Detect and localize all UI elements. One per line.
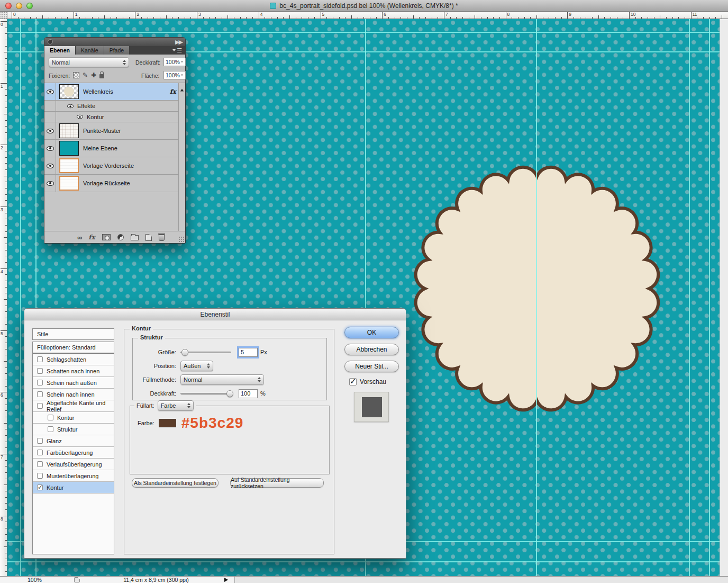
style-option-row[interactable]: Verlaufsüberlagerung <box>33 459 114 470</box>
layer-mask-icon[interactable] <box>102 234 111 240</box>
dialog-titlebar[interactable]: Ebenenstil <box>24 309 406 320</box>
effect-item-row[interactable]: Kontur <box>44 112 185 122</box>
groesse-slider[interactable] <box>180 349 231 356</box>
link-layers-icon[interactable]: ∞ <box>77 234 81 241</box>
effects-header-row[interactable]: Effekte <box>44 101 185 112</box>
window-titlebar[interactable]: bc_4s_portrait_sidefold.psd bei 100% (We… <box>0 0 728 12</box>
style-option-row[interactable]: Musterüberlagerung <box>33 470 114 482</box>
layer-row[interactable]: Vorlage Rückseite <box>44 175 185 192</box>
ruler-origin-box[interactable] <box>0 12 7 19</box>
zoom-level-field[interactable]: 100% <box>28 577 42 583</box>
set-default-button[interactable]: Als Standardeinstellung festlegen <box>132 478 219 488</box>
adjustment-layer-icon[interactable] <box>117 234 124 240</box>
style-option-checkbox[interactable] <box>37 485 43 490</box>
deckkraft-field[interactable]: 100% <box>163 58 186 66</box>
style-option-row[interactable]: Glanz <box>33 435 114 447</box>
color-swatch[interactable] <box>159 419 176 427</box>
cancel-button[interactable]: Abbrechen <box>344 344 399 355</box>
style-option-checkbox[interactable] <box>37 380 43 385</box>
ruler-tick <box>574 17 574 19</box>
reset-default-button[interactable]: Auf Standardeinstellung zurücksetzen <box>230 478 324 488</box>
ok-button[interactable]: OK <box>344 327 399 338</box>
style-option-checkbox[interactable] <box>48 426 53 432</box>
visibility-eye-icon[interactable] <box>47 129 54 133</box>
style-option-checkbox[interactable] <box>37 391 43 397</box>
minimize-button[interactable] <box>16 3 22 9</box>
style-option-checkbox[interactable] <box>37 473 43 479</box>
visibility-eye-icon[interactable] <box>77 115 83 119</box>
panel-menu-icon[interactable]: ☰ <box>172 46 185 55</box>
layers-panel-titlebar[interactable]: ▶▶ <box>44 38 185 46</box>
style-option-checkbox[interactable] <box>37 461 43 467</box>
layers-scrollbar[interactable] <box>178 83 185 232</box>
style-option-row[interactable]: Farbüberlagerung <box>33 447 114 459</box>
tab-ebenen[interactable]: Ebenen <box>44 46 76 55</box>
style-option-row[interactable]: Schatten nach innen <box>33 365 114 377</box>
style-option-row[interactable]: Abgeflachte Kante und Relief <box>33 400 114 412</box>
lock-transparency-icon[interactable] <box>73 72 79 78</box>
groesse-field[interactable]: 5 <box>239 348 258 357</box>
style-option-row[interactable]: Schein nach innen <box>33 389 114 400</box>
deckkraft-field[interactable]: 100 <box>239 389 258 398</box>
lock-position-icon[interactable]: ✚ <box>91 71 96 79</box>
style-option-row[interactable]: Struktur <box>33 424 114 435</box>
visibility-eye-icon[interactable] <box>67 104 74 108</box>
style-option-checkbox[interactable] <box>37 450 43 455</box>
styles-header-box[interactable]: Stile <box>32 328 114 340</box>
panel-resize-grip[interactable] <box>178 236 184 242</box>
layer-name[interactable]: Punkte-Muster <box>83 128 121 134</box>
zoom-button[interactable] <box>26 3 33 9</box>
layer-row[interactable]: Meine Ebene <box>44 140 185 157</box>
deckkraft-slider[interactable] <box>180 390 233 397</box>
layer-thumbnail[interactable] <box>59 123 79 138</box>
fuellmethode-select[interactable]: Normal <box>180 374 264 385</box>
position-select[interactable]: Außen <box>180 361 213 371</box>
panel-collapse-icon[interactable]: ▶▶ <box>175 39 182 44</box>
visibility-eye-icon[interactable] <box>47 146 54 151</box>
style-option-checkbox[interactable] <box>37 356 43 362</box>
panel-close-icon[interactable] <box>48 39 53 44</box>
blend-mode-select[interactable]: Normal <box>49 57 129 67</box>
fuellart-select[interactable]: Farbe <box>158 400 194 411</box>
layer-name[interactable]: Vorlage Rückseite <box>83 180 130 186</box>
style-option-row[interactable]: Fülloptionen: Standard <box>33 342 114 354</box>
style-option-row[interactable]: Kontur <box>33 412 114 424</box>
layer-name[interactable]: Vorlage Vorderseite <box>83 163 134 169</box>
style-option-checkbox[interactable] <box>48 415 53 420</box>
layer-thumbnail[interactable] <box>59 84 79 99</box>
lock-pixels-icon[interactable]: ✎ <box>83 71 88 79</box>
flaeche-field[interactable]: 100% <box>163 71 186 79</box>
lock-all-icon[interactable] <box>99 74 104 78</box>
visibility-eye-icon[interactable] <box>47 164 54 168</box>
status-menu-arrow[interactable] <box>224 578 228 582</box>
delete-layer-icon[interactable] <box>159 235 165 241</box>
ruler-tick <box>5 151 7 151</box>
tab-kanaele[interactable]: Kanäle <box>76 46 104 55</box>
new-style-button[interactable]: Neuer Stil... <box>344 361 399 372</box>
effects-label[interactable]: Effekte <box>77 103 95 109</box>
layer-row[interactable]: Punkte-Muster <box>44 122 185 140</box>
scroll-up-arrow[interactable] <box>180 89 184 92</box>
layer-name[interactable]: Wellenkreis <box>83 88 113 95</box>
layer-thumbnail[interactable] <box>59 176 79 191</box>
new-group-icon[interactable] <box>131 235 139 240</box>
close-button[interactable] <box>5 3 12 9</box>
layer-style-icon[interactable]: fx <box>88 234 95 241</box>
layer-thumbnail[interactable] <box>59 141 79 156</box>
effect-name[interactable]: Kontur <box>87 114 104 120</box>
layer-row[interactable]: Vorlage Vorderseite <box>44 157 185 175</box>
layer-name[interactable]: Meine Ebene <box>83 145 117 151</box>
layer-thumbnail[interactable] <box>59 158 79 173</box>
tab-pfade[interactable]: Pfade <box>104 46 130 55</box>
style-option-row[interactable]: Schein nach außen <box>33 377 114 389</box>
style-option-checkbox[interactable] <box>37 438 43 444</box>
style-option-row[interactable]: Kontur <box>33 482 114 494</box>
layer-row[interactable]: Wellenkreisfx <box>44 83 185 101</box>
visibility-eye-icon[interactable] <box>47 89 54 94</box>
style-option-checkbox[interactable] <box>37 403 43 409</box>
preview-checkbox[interactable] <box>349 378 357 385</box>
style-option-checkbox[interactable] <box>37 368 43 374</box>
style-option-row[interactable]: Schlagschatten <box>33 354 114 365</box>
new-layer-icon[interactable] <box>145 234 152 241</box>
visibility-eye-icon[interactable] <box>47 181 54 186</box>
